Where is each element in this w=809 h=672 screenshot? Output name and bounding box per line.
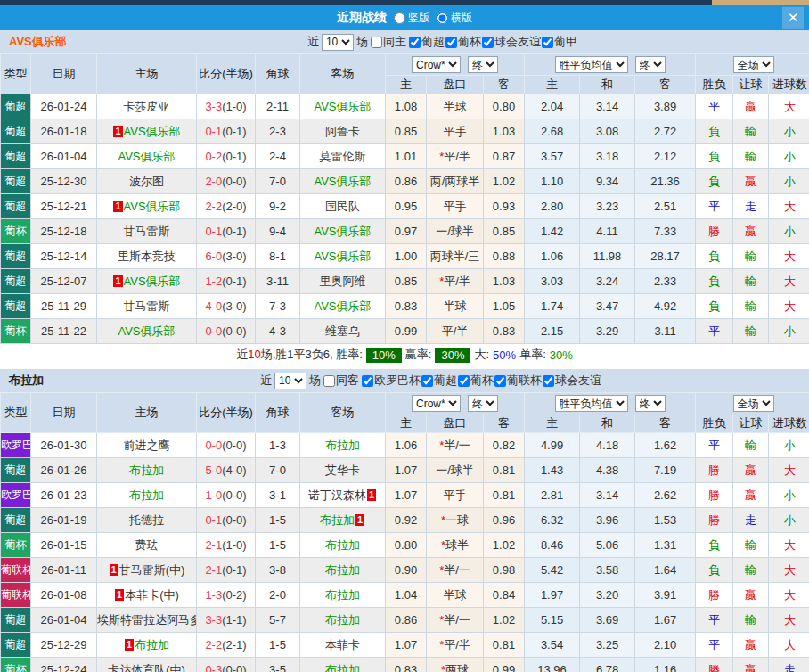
home-odds: 0.83 xyxy=(386,294,427,319)
home-team: 甘马雷斯 xyxy=(97,294,197,319)
result-group-header: 全场 xyxy=(696,54,809,76)
same-ground-filter[interactable]: 同主 xyxy=(371,34,406,50)
avg-type-select[interactable]: 胜平负均值 xyxy=(555,56,628,73)
filters-bar: 近 10 场 同客 欧罗巴杯葡超葡杯葡联杯球会友谊 xyxy=(53,373,809,389)
match-type-badge: 葡超 xyxy=(1,94,31,119)
odds-final-select[interactable]: 终 xyxy=(468,395,498,412)
near-count-select[interactable]: 10 xyxy=(274,373,306,389)
match-row: 葡超25-12-30波尔图2-0(0-0)7-0AVS俱乐部0.86两/两球半1… xyxy=(1,169,809,194)
team-name-text: 布拉加 xyxy=(325,613,360,627)
league-checkbox[interactable] xyxy=(542,37,553,48)
vertical-radio[interactable] xyxy=(394,12,405,24)
match-date: 25-11-29 xyxy=(31,294,97,319)
league-filter[interactable]: 葡超 xyxy=(409,34,445,50)
result-goals: 大 xyxy=(769,633,809,658)
league-filter[interactable]: 葡甲 xyxy=(542,34,577,50)
halftime-score: (0-1) xyxy=(222,225,246,238)
result-goals: 小 xyxy=(769,119,809,144)
team-name-text: 阿鲁卡 xyxy=(325,125,360,138)
away-odds: 1.03 xyxy=(484,119,525,144)
league-filter[interactable]: 葡杯 xyxy=(458,373,494,389)
handicap: *球半 xyxy=(427,533,484,558)
same-ground-checkbox[interactable] xyxy=(323,375,335,387)
layout-option-vertical[interactable]: 竖版 xyxy=(394,11,429,26)
home-team: 前进之鹰 xyxy=(97,433,197,458)
handicap: 半球 xyxy=(427,583,484,608)
avg-final-select[interactable]: 终 xyxy=(635,56,666,73)
fulltime-score: 1-3 xyxy=(205,588,222,602)
avg-home-odds: 1.74 xyxy=(525,294,580,319)
result-scope-select[interactable]: 全场 xyxy=(733,395,774,412)
avg-away-odds: 1.62 xyxy=(635,433,696,458)
odds-group-header: Crow* 终 xyxy=(386,54,525,76)
league-checkbox[interactable] xyxy=(458,375,470,387)
home-odds: 0.90 xyxy=(386,558,427,583)
same-ground-filter[interactable]: 同客 xyxy=(323,373,359,389)
result-goals: 小 xyxy=(769,144,809,169)
home-team: 1AVS俱乐部 xyxy=(97,194,197,219)
home-odds: 0.99 xyxy=(386,319,427,344)
odds-provider-select[interactable]: Crow* xyxy=(412,56,461,73)
league-label: 球会友谊 xyxy=(494,34,541,50)
league-checkbox[interactable] xyxy=(543,375,554,387)
league-filter[interactable]: 球会友谊 xyxy=(543,373,601,389)
avg-home-odds: 5.15 xyxy=(525,608,580,633)
league-filter[interactable]: 葡超 xyxy=(421,373,457,389)
halftime-score: (1-0) xyxy=(222,100,246,113)
team-name-text: 前进之鹰 xyxy=(124,438,170,452)
fulltime-score: 4-0 xyxy=(205,299,222,313)
league-checkbox[interactable] xyxy=(362,375,373,387)
league-checkbox[interactable] xyxy=(482,37,494,48)
result-win-draw-loss: 平 xyxy=(696,194,733,219)
team-name-text: AVS俱乐部 xyxy=(124,125,181,138)
league-checkbox[interactable] xyxy=(494,375,506,387)
near-count-select[interactable]: 10 xyxy=(322,34,354,51)
handicap: 半球 xyxy=(427,294,484,319)
close-button[interactable]: ✕ xyxy=(782,7,804,29)
league-checkbox[interactable] xyxy=(421,375,433,387)
handicap: 平手 xyxy=(427,194,484,219)
home-odds: 1.00 xyxy=(386,244,427,269)
home-odds: 0.97 xyxy=(386,219,427,244)
match-type-badge: 葡超 xyxy=(1,508,31,533)
away-odds: 1.03 xyxy=(484,269,525,294)
league-filter[interactable]: 欧罗巴杯 xyxy=(362,373,421,389)
league-filter[interactable]: 球会友谊 xyxy=(482,34,541,50)
league-checkbox[interactable] xyxy=(409,37,421,48)
odds-provider-select[interactable]: Crow* xyxy=(412,395,461,412)
team-name-text: 费珐 xyxy=(135,538,159,552)
result-handicap: 輸 xyxy=(733,244,769,269)
league-filter[interactable]: 葡联杯 xyxy=(494,373,542,389)
home-odds: 0.85 xyxy=(386,119,427,144)
league-filter[interactable]: 葡杯 xyxy=(445,34,481,50)
same-ground-checkbox[interactable] xyxy=(371,37,382,48)
halftime-score: (0-1) xyxy=(222,125,246,138)
result-scope-select[interactable]: 全场 xyxy=(733,56,774,73)
layout-option-horizontal[interactable]: 横版 xyxy=(437,11,472,26)
away-team: 布拉加1 xyxy=(300,508,386,533)
corner-count: 9-4 xyxy=(256,219,300,244)
avg-away-odds: 1.16 xyxy=(635,658,696,672)
win-rate-badge: 10% xyxy=(366,348,402,363)
corner-count: 1-5 xyxy=(256,508,300,533)
league-checkbox[interactable] xyxy=(445,37,457,48)
home-team: 波尔图 xyxy=(97,169,197,194)
away-team: AVS俱乐部 xyxy=(300,294,386,319)
team-name-text: AVS俱乐部 xyxy=(124,275,181,288)
match-row: 葡联杯26-01-081本菲卡(中)1-3(0-2)2-0布拉加1.04半球0.… xyxy=(1,583,809,608)
avg-final-select[interactable]: 终 xyxy=(635,395,666,412)
match-row: 葡超25-12-071AVS俱乐部1-2(0-1)3-11里奥阿维0.85*平/… xyxy=(1,269,809,294)
avg-draw-odds: 4.38 xyxy=(580,458,635,483)
avg-away-odds: 1.31 xyxy=(635,533,696,558)
avg-away-odds: 3.11 xyxy=(635,319,696,344)
match-date: 25-12-21 xyxy=(31,194,97,219)
result-win-draw-loss: 平 xyxy=(696,319,733,344)
horizontal-radio[interactable] xyxy=(437,12,448,24)
home-odds: 1.07 xyxy=(386,483,427,508)
result-handicap: 贏 xyxy=(733,219,769,244)
home-odds: 1.07 xyxy=(386,633,427,658)
odds-final-select[interactable]: 终 xyxy=(468,56,498,73)
home-team: 1本菲卡(中) xyxy=(97,583,197,608)
handicap-text: 半/一 xyxy=(444,613,470,627)
avg-type-select[interactable]: 胜平负均值 xyxy=(555,395,628,412)
